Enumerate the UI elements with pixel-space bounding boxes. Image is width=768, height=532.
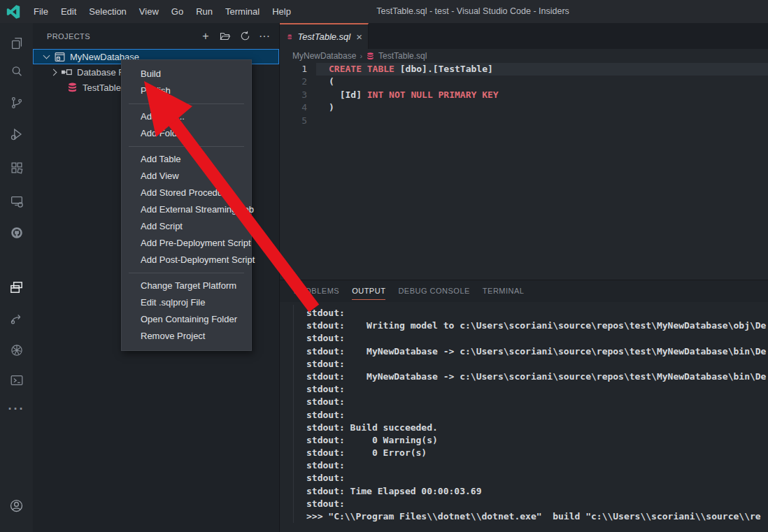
menu-item-add-folder[interactable]: Add Folder (122, 125, 251, 142)
close-tab-icon[interactable]: × (356, 31, 362, 42)
remote-explorer-icon[interactable] (0, 187, 33, 215)
vscode-insiders-logo (6, 5, 20, 19)
breadcrumb-project[interactable]: MyNewDatabase (292, 51, 356, 61)
output-line: stdout: (306, 307, 768, 319)
editor-area: TestTable.sql × MyNewDatabase › TestTabl… (280, 23, 768, 532)
menu-terminal[interactable]: Terminal (219, 0, 266, 23)
menu-item-add-script[interactable]: Add Script (122, 218, 251, 235)
code-line-5 (316, 115, 329, 127)
output-line: stdout: 0 Error(s) (306, 447, 768, 459)
output-line: >>> "C:\\Program Files\\dotnet\\dotnet.e… (306, 510, 768, 523)
database-projects-icon[interactable] (0, 273, 33, 301)
output-line: stdout: (306, 383, 768, 396)
menu-item-build[interactable]: Build (122, 66, 251, 82)
output-guide-line (293, 305, 294, 523)
output-line: stdout: (306, 396, 768, 408)
code-editor[interactable]: 1 CREATE TABLE [dbo].[TestTable] 2 ( 3 [… (280, 63, 768, 280)
menu-file[interactable]: File (27, 0, 55, 23)
breadcrumb-file[interactable]: TestTable.sql (378, 51, 427, 61)
output-console[interactable]: stdout: stdout: Writing model to c:\User… (280, 302, 768, 532)
output-line: stdout: (306, 409, 768, 422)
activity-bar: ··· 1 (0, 23, 33, 532)
account-icon[interactable] (0, 491, 33, 519)
output-line: stdout: (306, 472, 768, 484)
more-views-icon[interactable]: ··· (0, 395, 33, 423)
add-project-icon[interactable]: + (199, 30, 212, 43)
output-line: stdout: (306, 459, 768, 472)
project-context-menu: Build Publish Add Item... Add Folder Add… (121, 59, 252, 351)
refresh-icon[interactable] (239, 30, 251, 43)
chevron-right-icon[interactable] (50, 69, 57, 76)
more-actions-icon[interactable]: ··· (258, 30, 271, 43)
menu-item-remove-project[interactable]: Remove Project (122, 328, 251, 345)
menu-separator (129, 103, 244, 104)
line-number: 2 (280, 76, 316, 88)
code-line-2: ( (316, 76, 334, 88)
menu-item-add-stored-procedure[interactable]: Add Stored Procedure (122, 185, 251, 201)
output-line: stdout: Writing model to c:\Users\scoria… (306, 319, 768, 332)
breadcrumb-separator: › (360, 52, 362, 60)
tab-testtable-sql[interactable]: TestTable.sql × (280, 23, 369, 49)
output-line: stdout: 0 Warning(s) (306, 434, 768, 447)
menu-item-add-table[interactable]: Add Table (122, 151, 251, 168)
bottom-panel: PROBLEMS OUTPUT DEBUG CONSOLE TERMINAL s… (280, 280, 768, 532)
menu-item-change-target-platform[interactable]: Change Target Platform (122, 278, 251, 294)
output-line: stdout: (306, 358, 768, 371)
menu-item-add-pre-deployment-script[interactable]: Add Pre-Deployment Script (122, 235, 251, 252)
tab-debug-console[interactable]: DEBUG CONSOLE (398, 280, 469, 302)
sql-file-database-icon (366, 52, 375, 61)
menu-go[interactable]: Go (165, 0, 190, 23)
code-line-3: [Id] INT NOT NULL PRIMARY KEY (316, 89, 499, 101)
menu-item-open-containing-folder[interactable]: Open Containing Folder (122, 311, 251, 328)
menu-view[interactable]: View (133, 0, 165, 23)
menu-selection[interactable]: Selection (83, 0, 132, 23)
output-line: stdout: Build succeeded. (306, 422, 768, 434)
share-icon[interactable] (0, 305, 33, 333)
output-line: stdout: Time Elapsed 00:00:03.69 (306, 485, 768, 498)
kubernetes-icon[interactable] (0, 336, 33, 364)
source-control-icon[interactable] (0, 89, 33, 117)
menu-run[interactable]: Run (190, 0, 219, 23)
menu-separator (129, 273, 244, 273)
search-icon[interactable] (0, 57, 33, 85)
sidebar-header: PROJECTS + ··· (33, 23, 279, 49)
extensions-icon[interactable] (0, 154, 33, 182)
tab-terminal[interactable]: TERMINAL (483, 280, 525, 302)
references-icon (61, 66, 73, 78)
menu-item-edit-sqlproj-file[interactable]: Edit .sqlproj File (122, 294, 251, 311)
vscode-window: File Edit Selection View Go Run Terminal… (0, 0, 768, 532)
menu-item-add-view[interactable]: Add View (122, 168, 251, 185)
output-line: stdout: MyNewDatabase -> c:\Users\scoria… (306, 345, 768, 358)
tab-problems[interactable]: PROBLEMS (294, 280, 339, 302)
explorer-icon[interactable] (0, 29, 33, 57)
sql-file-database-icon (287, 32, 293, 42)
menu-item-publish[interactable]: Publish (122, 82, 251, 99)
menu-item-add-item[interactable]: Add Item... (122, 108, 251, 125)
breadcrumb: MyNewDatabase › TestTable.sql (280, 49, 768, 63)
title-bar: File Edit Selection View Go Run Terminal… (0, 0, 768, 23)
settings-gear-icon[interactable]: 1 (0, 524, 33, 532)
menu-item-add-external-streaming-job[interactable]: Add External Streaming Job (122, 201, 251, 218)
window-title: TestTable.sql - test - Visual Studio Cod… (376, 0, 569, 23)
sql-file-database-icon (66, 82, 78, 94)
tab-output[interactable]: OUTPUT (352, 280, 385, 302)
line-number: 4 (280, 101, 316, 114)
run-debug-icon[interactable] (0, 120, 33, 148)
panel-tab-bar: PROBLEMS OUTPUT DEBUG CONSOLE TERMINAL (280, 280, 768, 302)
chevron-down-icon[interactable] (43, 53, 50, 60)
sidebar-title: PROJECTS (47, 32, 199, 41)
tab-label: TestTable.sql (298, 31, 351, 42)
powershell-icon[interactable] (0, 366, 33, 394)
database-project-icon (54, 51, 66, 63)
menu-bar: File Edit Selection View Go Run Terminal… (27, 0, 297, 23)
menu-edit[interactable]: Edit (55, 0, 83, 23)
output-line: stdout: (306, 498, 768, 510)
github-icon[interactable] (0, 219, 33, 247)
tab-strip: TestTable.sql × (280, 23, 768, 49)
open-project-icon[interactable] (219, 30, 232, 43)
menu-separator (129, 146, 244, 147)
menu-item-add-post-deployment-script[interactable]: Add Post-Deployment Script (122, 252, 251, 268)
line-number: 5 (280, 115, 316, 127)
code-line-1: CREATE TABLE [dbo].[TestTable] (316, 63, 493, 76)
menu-help[interactable]: Help (266, 0, 297, 23)
